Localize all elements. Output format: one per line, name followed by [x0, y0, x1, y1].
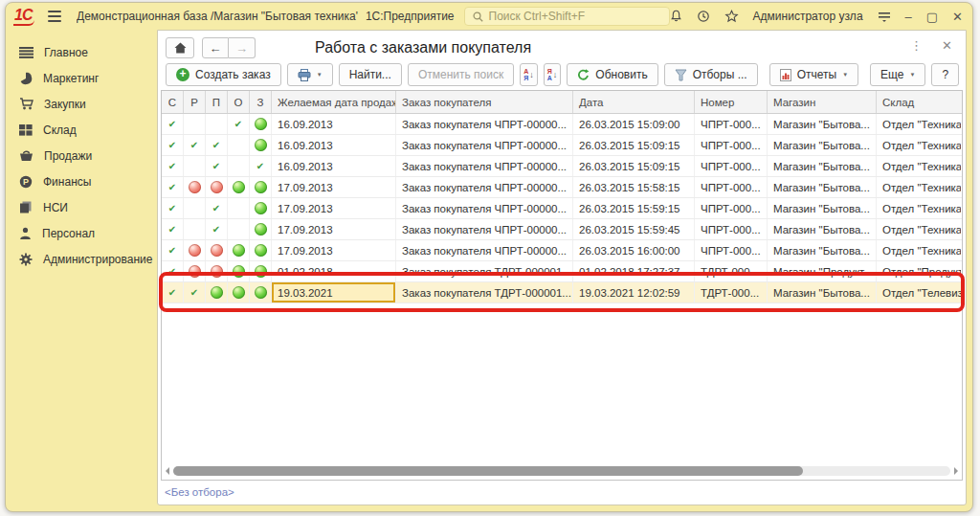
- cell-order[interactable]: Заказ покупателя ЧПРТ-00000...: [396, 114, 573, 134]
- cancel-search-button[interactable]: Отменить поиск: [408, 63, 514, 86]
- cell-warehouse[interactable]: Отдел "Техника д: [877, 135, 961, 155]
- cell-shop[interactable]: Магазин "Бытова...: [768, 135, 877, 155]
- cell-desired-date[interactable]: 17.09.2013: [272, 177, 396, 197]
- cell-desired-date[interactable]: 16.09.2013: [272, 114, 396, 134]
- cell-shop[interactable]: Магазин "Бытова...: [768, 282, 877, 303]
- cell-shop[interactable]: Магазин "Бытова...: [768, 114, 877, 134]
- scrollbar-thumb[interactable]: [173, 466, 803, 476]
- cell-warehouse[interactable]: Отдел "Техника д: [877, 177, 961, 197]
- cell-shop[interactable]: Магазин "Бытова...: [768, 240, 877, 260]
- column-header-warehouse[interactable]: Склад: [877, 91, 961, 113]
- horizontal-scrollbar[interactable]: [166, 465, 958, 477]
- favorites-star-icon[interactable]: [724, 10, 739, 23]
- home-button[interactable]: [166, 37, 194, 58]
- cell-warehouse[interactable]: Отдел "Продукты: [877, 261, 961, 281]
- table-row[interactable]: 17.09.2013 Заказ покупателя ЧПРТ-00000..…: [162, 240, 962, 261]
- cell-warehouse[interactable]: Отдел "Техника д: [877, 156, 961, 176]
- cell-desired-date[interactable]: 16.09.2013: [272, 156, 396, 176]
- cell-order[interactable]: Заказ покупателя ЧПРТ-00000...: [396, 156, 573, 176]
- cell-number[interactable]: ТДРТ-000...: [695, 282, 768, 303]
- cell-shop[interactable]: Магазин "Продукт...: [768, 261, 877, 281]
- back-button[interactable]: ←: [202, 37, 229, 58]
- global-search-input[interactable]: Поиск Ctrl+Shift+F: [464, 7, 670, 26]
- cell-order[interactable]: Заказ покупателя ТДРТ-000001...: [396, 261, 573, 281]
- cell-number[interactable]: ЧПРТ-000...: [695, 156, 768, 176]
- scrollbar-track[interactable]: [173, 466, 950, 476]
- sidebar-item-personal[interactable]: Персонал: [6, 220, 157, 246]
- table-row[interactable]: 16.09.2013 Заказ покупателя ЧПРТ-00000..…: [162, 135, 962, 156]
- cell-shop[interactable]: Магазин "Бытова...: [768, 177, 877, 197]
- current-user-label[interactable]: Администратор узла: [753, 10, 863, 23]
- notifications-bell-icon[interactable]: [670, 10, 682, 23]
- sidebar-item-zakupki[interactable]: Закупки: [6, 91, 157, 117]
- column-header-p[interactable]: П: [206, 91, 228, 113]
- sort-descending-button[interactable]: Я А ↓: [544, 63, 562, 86]
- table-row[interactable]: 01.02.2018 Заказ покупателя ТДРТ-000001.…: [162, 261, 962, 282]
- filter-status-link[interactable]: <Без отбора>: [165, 486, 234, 498]
- history-icon[interactable]: [697, 10, 710, 23]
- cell-number[interactable]: ЧПРТ-000...: [695, 177, 768, 197]
- cell-number[interactable]: ЧПРТ-000...: [695, 198, 768, 218]
- cell-number[interactable]: ЧПРТ-000...: [695, 114, 768, 134]
- print-button[interactable]: ▼: [287, 63, 333, 86]
- minimize-button[interactable]: –: [905, 11, 912, 23]
- table-row[interactable]: 19.03.2021 Заказ покупателя ТДРТ-000001.…: [162, 282, 962, 303]
- column-header-order[interactable]: Заказ покупателя: [396, 91, 573, 113]
- cell-desired-date[interactable]: 17.09.2013: [272, 219, 396, 239]
- cell-number[interactable]: ЧПРТ-000...: [695, 240, 768, 260]
- cell-desired-date[interactable]: 16.09.2013: [272, 135, 396, 155]
- cell-warehouse[interactable]: Отдел "Техника д: [877, 114, 961, 134]
- cell-order[interactable]: Заказ покупателя ЧПРТ-00000...: [396, 177, 573, 197]
- cell-warehouse[interactable]: Отдел "Техника д: [877, 219, 961, 239]
- column-header-date[interactable]: Дата: [573, 91, 695, 113]
- sidebar-item-administrirovanie[interactable]: Администрирование: [6, 246, 157, 272]
- cell-date[interactable]: 01.02.2018 17:27:37: [573, 261, 695, 281]
- main-menu-icon[interactable]: [48, 11, 61, 22]
- cell-order[interactable]: Заказ покупателя ЧПРТ-00000...: [396, 219, 573, 239]
- more-button[interactable]: Еще ▼: [870, 63, 925, 86]
- cell-warehouse[interactable]: Отдел "Телевизо: [877, 282, 961, 303]
- table-row[interactable]: 17.09.2013 Заказ покупателя ЧПРТ-00000..…: [162, 219, 962, 240]
- column-header-desired-date[interactable]: Желаемая дата продажи: [272, 91, 396, 113]
- cell-date[interactable]: 26.03.2015 15:09:00: [573, 114, 695, 134]
- filters-button[interactable]: Отборы ...: [664, 63, 758, 86]
- cell-number[interactable]: ЧПРТ-000...: [695, 135, 768, 155]
- cell-shop[interactable]: Магазин "Бытова...: [768, 219, 877, 239]
- cell-order[interactable]: Заказ покупателя ЧПРТ-00000...: [396, 135, 573, 155]
- sidebar-item-glavnoe[interactable]: Главное: [6, 39, 157, 65]
- service-menu-icon[interactable]: [878, 11, 891, 22]
- cell-number[interactable]: ТДРТ-000...: [695, 261, 768, 281]
- maximize-button[interactable]: ▢: [926, 11, 938, 23]
- cell-warehouse[interactable]: Отдел "Техника д: [877, 240, 961, 260]
- cell-date[interactable]: 26.03.2015 15:09:15: [573, 135, 695, 155]
- cell-date[interactable]: 26.03.2015 15:58:15: [573, 177, 695, 197]
- sidebar-item-marketing[interactable]: Маркетинг: [6, 65, 157, 91]
- cell-desired-date[interactable]: 17.09.2013: [272, 198, 396, 218]
- cell-order[interactable]: Заказ покупателя ЧПРТ-00000...: [396, 240, 573, 260]
- table-row[interactable]: 17.09.2013 Заказ покупателя ЧПРТ-00000..…: [162, 177, 962, 198]
- cell-shop[interactable]: Магазин "Бытова...: [768, 156, 877, 176]
- help-button[interactable]: ?: [931, 63, 959, 86]
- forward-button[interactable]: →: [229, 37, 256, 58]
- column-header-z[interactable]: З: [250, 91, 272, 113]
- cell-number[interactable]: ЧПРТ-000...: [695, 219, 768, 239]
- refresh-button[interactable]: Обновить: [567, 63, 657, 86]
- table-row[interactable]: 16.09.2013 Заказ покупателя ЧПРТ-00000..…: [162, 156, 962, 177]
- column-header-s[interactable]: С: [162, 91, 184, 113]
- sidebar-item-sklad[interactable]: Склад: [6, 117, 157, 143]
- scroll-left-icon[interactable]: [166, 467, 169, 475]
- cell-date[interactable]: 26.03.2015 16:00:00: [573, 240, 695, 260]
- cell-date[interactable]: 26.03.2015 15:59:45: [573, 219, 695, 239]
- cell-desired-date[interactable]: 19.03.2021: [272, 282, 396, 303]
- cell-desired-date[interactable]: 17.09.2013: [272, 240, 396, 260]
- sort-ascending-button[interactable]: А Я ↓: [520, 63, 538, 86]
- cell-order[interactable]: Заказ покупателя ТДРТ-000001...: [396, 282, 573, 303]
- cell-date[interactable]: 26.03.2015 15:59:15: [573, 198, 695, 218]
- column-header-o[interactable]: О: [228, 91, 250, 113]
- sidebar-item-nsi[interactable]: НСИ: [6, 194, 157, 220]
- table-row[interactable]: 16.09.2013 Заказ покупателя ЧПРТ-00000..…: [162, 114, 962, 135]
- find-button[interactable]: Найти...: [339, 63, 402, 86]
- cell-date[interactable]: 26.03.2015 15:09:15: [573, 156, 695, 176]
- reports-button[interactable]: Отчеты ▼: [769, 63, 858, 86]
- panel-close-icon[interactable]: ✕: [942, 38, 952, 53]
